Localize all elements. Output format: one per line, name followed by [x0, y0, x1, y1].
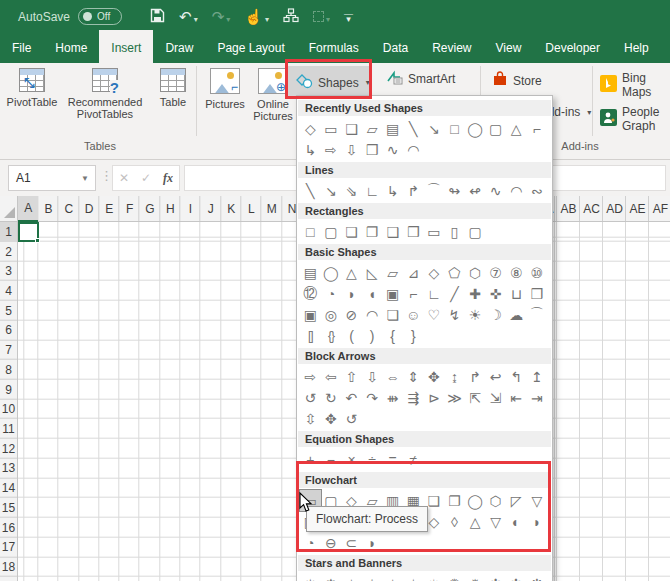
- shape-icon[interactable]: ⇘: [341, 180, 362, 201]
- shape-icon[interactable]: ◺: [362, 262, 383, 283]
- shape-icon[interactable]: ✻: [485, 573, 506, 581]
- shape-icon[interactable]: ▽: [485, 511, 506, 532]
- cancel-icon[interactable]: ✕: [119, 171, 129, 185]
- shape-icon[interactable]: ↱: [465, 366, 486, 387]
- tab-file[interactable]: File: [0, 33, 43, 63]
- bing-maps-button[interactable]: Bing Maps: [600, 71, 670, 99]
- shape-icon[interactable]: ⊖: [321, 532, 342, 553]
- column-header-M[interactable]: M: [262, 196, 282, 222]
- row-header-8[interactable]: 8: [0, 360, 17, 380]
- shape-icon[interactable]: ⌐: [403, 283, 424, 304]
- enter-icon[interactable]: ✓: [141, 171, 151, 185]
- column-header-F[interactable]: F: [120, 196, 140, 222]
- pivottable-button[interactable]: ⤡ PivotTable: [6, 68, 58, 108]
- store-button[interactable]: Store: [492, 71, 542, 90]
- insert-function-icon[interactable]: fx: [163, 171, 173, 186]
- shape-icon[interactable]: ✸: [321, 573, 342, 581]
- shape-icon[interactable]: △: [465, 511, 486, 532]
- shape-icon[interactable]: ↻: [321, 387, 342, 408]
- shape-icon[interactable]: ❐: [362, 221, 383, 242]
- tab-view[interactable]: View: [484, 33, 534, 63]
- shape-icon[interactable]: ✥: [424, 366, 445, 387]
- shape-icon[interactable]: −: [321, 449, 342, 470]
- shape-icon[interactable]: ◖: [362, 283, 383, 304]
- shape-icon[interactable]: ⌒: [527, 304, 548, 325]
- shape-icon[interactable]: ☀: [465, 304, 486, 325]
- column-header-C[interactable]: C: [59, 196, 79, 222]
- shape-icon[interactable]: ÷: [362, 449, 383, 470]
- tab-page-layout[interactable]: Page Layout: [205, 33, 296, 63]
- grid-left[interactable]: [18, 222, 296, 581]
- row-header-10[interactable]: 10: [0, 399, 17, 419]
- row-header-16[interactable]: 16: [0, 518, 17, 538]
- shape-icon[interactable]: ❒: [362, 139, 383, 160]
- shape-icon[interactable]: ↨: [444, 366, 465, 387]
- shape-icon[interactable]: ◸: [506, 490, 527, 511]
- column-header-AE[interactable]: AE: [626, 196, 649, 222]
- selected-cell-a1[interactable]: [18, 222, 39, 242]
- tab-help[interactable]: Help: [612, 33, 661, 63]
- shape-icon[interactable]: ▣: [382, 283, 403, 304]
- shape-icon[interactable]: ✦: [382, 573, 403, 581]
- column-header-L[interactable]: L: [241, 196, 261, 222]
- shape-icon[interactable]: ⊂: [341, 532, 362, 553]
- row-header-3[interactable]: 3: [0, 261, 17, 281]
- tab-formulas[interactable]: Formulas: [297, 33, 371, 63]
- shape-icon[interactable]: ≫: [444, 387, 465, 408]
- touch-mode-icon[interactable]: ☝▾: [244, 9, 269, 24]
- shape-icon[interactable]: ↷: [362, 387, 383, 408]
- shape-icon[interactable]: ⑫: [300, 283, 321, 304]
- shape-icon[interactable]: }: [403, 325, 424, 346]
- shape-icon[interactable]: ×: [341, 449, 362, 470]
- shape-icon[interactable]: ↳: [300, 139, 321, 160]
- column-header-AC[interactable]: AC: [580, 196, 603, 222]
- shape-icon[interactable]: ◠: [362, 304, 383, 325]
- column-headers-right[interactable]: AAABACADAEAFAG: [553, 196, 670, 222]
- shape-icon[interactable]: ❋: [527, 573, 548, 581]
- shape-icon[interactable]: ╲: [300, 180, 321, 201]
- row-header-12[interactable]: 12: [0, 439, 17, 459]
- tab-developer[interactable]: Developer: [533, 33, 612, 63]
- tab-draw[interactable]: Draw: [153, 33, 205, 63]
- column-header-H[interactable]: H: [160, 196, 180, 222]
- row-header-11[interactable]: 11: [0, 419, 17, 439]
- shape-icon[interactable]: ↩: [485, 366, 506, 387]
- shape-icon[interactable]: ◯: [465, 118, 486, 139]
- shape-icon[interactable]: ↺: [300, 387, 321, 408]
- shape-icon[interactable]: ↰: [506, 366, 527, 387]
- fill-handle[interactable]: [35, 238, 40, 243]
- column-header-AF[interactable]: AF: [649, 196, 670, 222]
- shape-icon[interactable]: ◠: [506, 180, 527, 201]
- shape-icon[interactable]: ⇶: [403, 387, 424, 408]
- shape-icon[interactable]: ∿: [485, 180, 506, 201]
- shape-icon[interactable]: ⇩: [341, 139, 362, 160]
- shape-icon[interactable]: ❐: [444, 490, 465, 511]
- column-header-AD[interactable]: AD: [603, 196, 626, 222]
- shape-icon[interactable]: ↺: [341, 408, 362, 429]
- grid-right[interactable]: [553, 222, 670, 581]
- shape-icon[interactable]: ⬡: [465, 262, 486, 283]
- shape-icon[interactable]: ∟: [424, 283, 445, 304]
- people-graph-button[interactable]: People Graph: [600, 105, 670, 133]
- shape-icon[interactable]: △: [341, 262, 362, 283]
- shape-icon[interactable]: ): [362, 325, 383, 346]
- shape-icon[interactable]: +: [300, 449, 321, 470]
- row-header-9[interactable]: 9: [0, 380, 17, 400]
- shape-icon[interactable]: △: [506, 118, 527, 139]
- shape-icon[interactable]: ▤: [382, 118, 403, 139]
- shape-icon[interactable]: ⇧: [341, 366, 362, 387]
- column-header-K[interactable]: K: [221, 196, 241, 222]
- shape-icon[interactable]: ⊔: [506, 283, 527, 304]
- recommended-pivottables-button[interactable]: ? Recommended PivotTables: [58, 68, 152, 120]
- shape-icon[interactable]: ✴: [424, 573, 445, 581]
- column-header-B[interactable]: B: [38, 196, 58, 222]
- shape-icon[interactable]: ❑: [341, 118, 362, 139]
- shape-icon[interactable]: ✜: [485, 283, 506, 304]
- shape-icon[interactable]: □: [300, 221, 321, 242]
- shape-icon[interactable]: ◊: [444, 511, 465, 532]
- shape-icon[interactable]: ⊳: [424, 387, 445, 408]
- tab-insert[interactable]: Insert: [99, 33, 153, 63]
- customize-qat-icon[interactable]: —▾: [344, 12, 353, 22]
- shape-icon[interactable]: ⑧: [506, 262, 527, 283]
- shape-icon[interactable]: ❒: [403, 221, 424, 242]
